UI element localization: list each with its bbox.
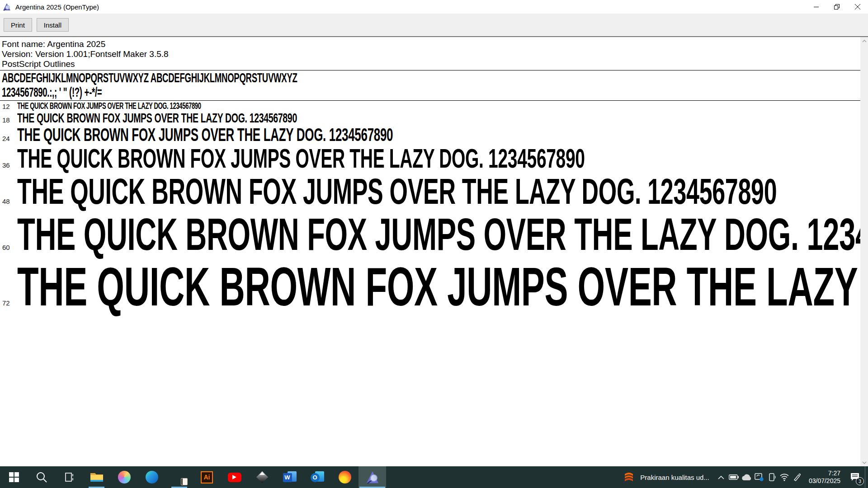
sample-text-72pt: THE QUICK BROWN FOX JUMPS OVER THE LAZY … — [17, 258, 860, 315]
window-title: Argentina 2025 (OpenType) — [15, 3, 806, 11]
show-desktop-button[interactable] — [865, 466, 867, 488]
battery-icon — [729, 474, 739, 480]
specimen-row-60pt: 60 THE QUICK BROWN FOX JUMPS OVER THE LA… — [2, 211, 860, 258]
taskbar-app-youtube[interactable] — [221, 466, 248, 488]
chevron-up-icon — [718, 475, 724, 479]
taskbar-app-font-viewer-active[interactable] — [359, 466, 386, 488]
windows-logo-icon — [9, 472, 19, 483]
taskbar-app-file-explorer[interactable] — [83, 466, 110, 488]
youtube-icon — [228, 473, 241, 482]
news-weather-widget[interactable]: Prakiraan kualitas ud... — [617, 466, 715, 488]
search-button[interactable] — [28, 466, 55, 488]
specimen-row-36pt: 36 THE QUICK BROWN FOX JUMPS OVER THE LA… — [2, 144, 860, 173]
windows-ink-tray-icon[interactable] — [791, 466, 803, 488]
sample-text-36pt: THE QUICK BROWN FOX JUMPS OVER THE LAZY … — [17, 144, 585, 173]
copilot-icon — [118, 471, 131, 483]
point-size-label-48: 48 — [2, 197, 17, 205]
clock-time: 7:27 — [809, 469, 840, 477]
specimen-row-72pt: 72 THE QUICK BROWN FOX JUMPS OVER THE LA… — [2, 258, 860, 315]
clock[interactable]: 7:27 03/07/2025 — [803, 469, 845, 485]
point-size-label-72: 72 — [2, 299, 17, 307]
font-name-line: Font name: Argentina 2025 — [2, 39, 860, 49]
minimize-button[interactable] — [806, 0, 826, 14]
word-icon: W — [283, 473, 292, 482]
sample-text-24pt: THE QUICK BROWN FOX JUMPS OVER THE LAZY … — [17, 125, 393, 144]
font-viewer-icon — [3, 3, 11, 11]
close-button[interactable] — [847, 0, 868, 14]
wifi-tray-icon[interactable] — [778, 466, 791, 488]
start-button[interactable] — [0, 466, 28, 488]
font-version-line: Version: Version 1.001;Fontself Maker 3.… — [2, 49, 860, 59]
point-size-label-24: 24 — [2, 135, 17, 142]
specimen-row-24pt: 24 THE QUICK BROWN FOX JUMPS OVER THE LA… — [2, 125, 860, 144]
font-outline-line: PostScript Outlines — [2, 59, 860, 69]
firefox-icon — [339, 471, 351, 483]
symbols-specimen: 1234567890.:,; ' " (!?) +-*/= — [2, 85, 102, 99]
sync-screen-icon — [755, 473, 764, 481]
print-button[interactable]: Print — [4, 18, 32, 32]
minimize-icon — [814, 5, 819, 9]
notification-badge: 3 — [856, 477, 864, 485]
taskbar-app-illustrator[interactable]: Ai — [193, 466, 221, 488]
phone-link-icon — [768, 473, 776, 482]
action-center-button[interactable]: 3 — [845, 466, 865, 488]
font-viewer-icon — [366, 470, 379, 484]
specimen-row-12pt: 12 THE QUICK BROWN FOX JUMPS OVER THE LA… — [2, 101, 860, 111]
title-bar: Argentina 2025 (OpenType) — [0, 0, 868, 14]
scrollbar-down-arrow[interactable] — [860, 459, 868, 466]
chevron-up-icon — [862, 40, 867, 42]
point-size-label-18: 18 — [2, 116, 17, 124]
taskbar-app-edge[interactable] — [138, 466, 165, 488]
air-quality-icon — [622, 470, 636, 484]
restore-icon — [834, 4, 840, 9]
sync-tray-icon[interactable] — [753, 466, 765, 488]
sample-text-12pt: THE QUICK BROWN FOX JUMPS OVER THE LAZY … — [17, 101, 201, 111]
illustrator-icon: Ai — [201, 471, 213, 483]
inkscape-icon — [256, 471, 269, 483]
edge-icon — [146, 471, 158, 483]
font-preview-area: Font name: Argentina 2025 Version: Versi… — [0, 37, 868, 466]
toolbar: Print Install — [0, 14, 868, 36]
chrome-dialog-overlay-icon — [181, 478, 188, 485]
restore-button[interactable] — [826, 0, 847, 14]
phone-link-tray-icon[interactable] — [765, 466, 778, 488]
specimen-row-18pt: 18 THE QUICK BROWN FOX JUMPS OVER THE LA… — [2, 111, 860, 125]
point-size-label-12: 12 — [2, 103, 17, 110]
taskbar-app-outlook[interactable]: O — [303, 466, 331, 488]
alphabet-specimen: ABCDEFGHIJKLMNOPQRSTUVWXYZ ABCDEFGHIJKLM… — [2, 70, 297, 85]
search-icon — [36, 471, 47, 483]
onedrive-tray-icon[interactable] — [740, 466, 753, 488]
outlook-icon: O — [311, 473, 320, 482]
sample-text-60pt: THE QUICK BROWN FOX JUMPS OVER THE LAZY … — [17, 211, 860, 258]
widget-headline: Prakiraan kualitas ud... — [640, 474, 709, 481]
taskbar-app-firefox[interactable] — [331, 466, 359, 488]
vertical-scrollbar[interactable] — [860, 37, 868, 466]
onedrive-cloud-icon — [741, 474, 752, 481]
pen-icon — [793, 473, 801, 481]
taskbar-app-chrome[interactable] — [165, 466, 193, 488]
sample-text-18pt: THE QUICK BROWN FOX JUMPS OVER THE LAZY … — [17, 111, 297, 125]
scrollbar-up-arrow[interactable] — [860, 37, 868, 45]
wifi-icon — [779, 473, 789, 481]
point-size-label-36: 36 — [2, 161, 17, 169]
taskbar-app-copilot[interactable] — [110, 466, 138, 488]
hidden-icons-button[interactable] — [715, 466, 727, 488]
close-icon — [855, 4, 860, 9]
battery-tray-icon[interactable] — [727, 466, 740, 488]
specimen-row-48pt: 48 THE QUICK BROWN FOX JUMPS OVER THE LA… — [2, 173, 860, 211]
task-view-icon — [63, 471, 75, 483]
taskbar: Ai W O — [0, 466, 868, 488]
symbols-specimen-row: 1234567890.:,; ' " (!?) +-*/= — [2, 85, 860, 99]
install-button[interactable]: Install — [37, 18, 69, 32]
taskbar-app-inkscape[interactable] — [248, 466, 276, 488]
taskbar-app-word[interactable]: W — [276, 466, 303, 488]
alphabet-specimen-row: ABCDEFGHIJKLMNOPQRSTUVWXYZ ABCDEFGHIJKLM… — [2, 70, 860, 85]
file-explorer-icon — [90, 471, 104, 483]
sample-text-48pt: THE QUICK BROWN FOX JUMPS OVER THE LAZY … — [17, 173, 777, 211]
clock-date: 03/07/2025 — [809, 477, 840, 485]
task-view-button[interactable] — [55, 466, 83, 488]
chevron-down-icon — [862, 461, 867, 464]
point-size-label-60: 60 — [2, 244, 17, 251]
